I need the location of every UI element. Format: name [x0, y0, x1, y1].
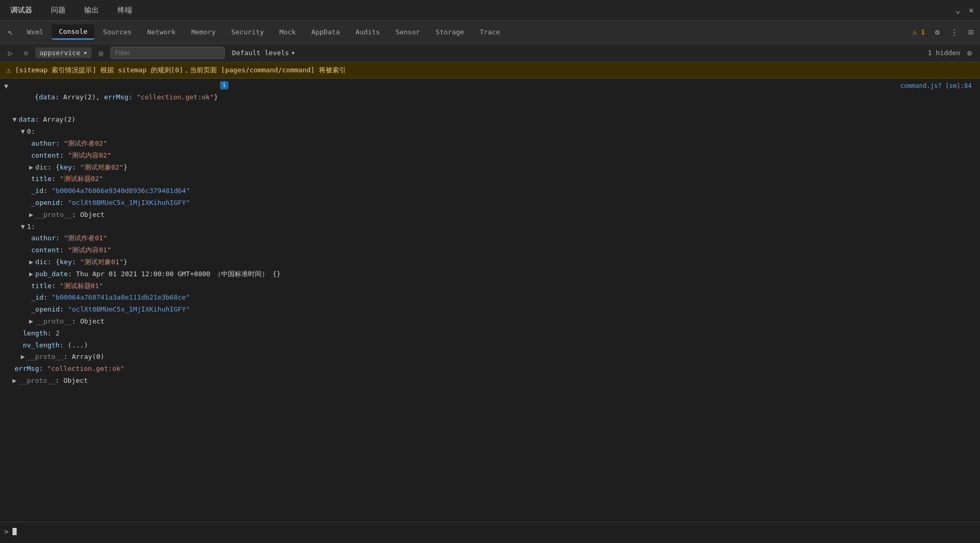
- info-badge[interactable]: i: [220, 81, 228, 89]
- toggle-pubdate-1[interactable]: [29, 269, 33, 280]
- toggle-0[interactable]: [21, 126, 25, 137]
- settings2-icon[interactable]: ⚙: [963, 47, 976, 59]
- tab-storage[interactable]: Storage: [428, 25, 471, 39]
- toggle-1[interactable]: [21, 222, 25, 232]
- tab-sources[interactable]: Sources: [96, 25, 139, 39]
- console-toolbar: ▷ ⊘ appservice ▾ ◎ Default levels ▾ 1 hi…: [0, 44, 980, 62]
- service-select[interactable]: appservice ▾: [35, 47, 92, 58]
- menu-bar: 调试器 问题 输出 终端 ⌄ ✕: [0, 0, 980, 21]
- cursor-icon[interactable]: ↖: [2, 24, 19, 41]
- source-link[interactable]: command.js? [sm]:84: [900, 81, 976, 91]
- menu-issues[interactable]: 问题: [47, 4, 70, 17]
- chevron-down-icon2: ▾: [291, 49, 295, 57]
- warning-text: [sitemap 索引情况提示] 根据 sitemap 的规则[0]，当前页面 …: [15, 66, 346, 75]
- tree-item-0[interactable]: 0:: [0, 126, 980, 138]
- service-label: appservice: [40, 49, 80, 57]
- tree-proto-0[interactable]: __proto__: Object: [0, 209, 980, 221]
- tab-memory[interactable]: Memory: [184, 25, 223, 39]
- tree-title-1: title: "测试标题01": [0, 280, 980, 292]
- root-summary: {data: Array(2), errMsg: "collection.get…: [10, 81, 218, 113]
- toggle-proto-1[interactable]: [29, 316, 33, 327]
- tree-proto-arr[interactable]: __proto__: Array(0): [0, 351, 980, 363]
- root-toggle[interactable]: [4, 81, 8, 92]
- tree-author-1: author: "测试作者01": [0, 232, 980, 244]
- run-icon[interactable]: ▷: [4, 47, 17, 59]
- stop-icon[interactable]: ⊘: [20, 47, 32, 59]
- console-input-bar[interactable]: >: [0, 522, 980, 540]
- tab-warning[interactable]: ⚠ 1: [909, 28, 929, 36]
- tab-appdata[interactable]: AppData: [304, 25, 347, 39]
- tree-id-0: _id: "b00064a76066e9340d0936c379481d64": [0, 185, 980, 197]
- tree-errmsg: errMsg: "collection.get:ok": [0, 363, 980, 375]
- toggle-proto-0[interactable]: [29, 210, 33, 221]
- minimize-icon[interactable]: ⌄: [956, 5, 961, 15]
- toggle-dic-1[interactable]: [29, 257, 33, 268]
- tab-actions: ⚙ ⋮ ⊡: [930, 25, 978, 40]
- tab-mock[interactable]: Mock: [272, 25, 303, 39]
- tree-proto-1[interactable]: __proto__: Object: [0, 316, 980, 328]
- tab-bar: ↖ Wxml Console Sources Network Memory Se…: [0, 21, 980, 44]
- toggle-proto-arr[interactable]: [21, 352, 25, 363]
- tree-author-0: author: "测试作者02": [0, 138, 980, 150]
- log-entry-root[interactable]: {data: Array(2), errMsg: "collection.get…: [0, 81, 980, 114]
- window-controls: ⌄ ✕: [956, 5, 974, 15]
- menu-debugger[interactable]: 调试器: [6, 4, 36, 17]
- warning-banner: ⚠ [sitemap 索引情况提示] 根据 sitemap 的规则[0]，当前页…: [0, 62, 980, 79]
- tab-console[interactable]: Console: [51, 24, 95, 40]
- tree-length: length: 2: [0, 328, 980, 340]
- tree-content-0: content: "测试内容02": [0, 150, 980, 162]
- tree-nv-length: nv_length: (...): [0, 340, 980, 352]
- tab-audits[interactable]: Audits: [348, 25, 387, 39]
- tab-wxml[interactable]: Wxml: [20, 25, 50, 39]
- hidden-count-label: 1 hidden: [927, 49, 960, 57]
- tree-id-1: _id: "b00064a760741a3a0e111db21e3b68ce": [0, 292, 980, 304]
- chevron-down-icon: ▾: [83, 49, 87, 57]
- tree-openid-1: _openid: "oclXt0BMUeC5x_1MjIXKihuhIGFY": [0, 304, 980, 316]
- eye-icon[interactable]: ◎: [95, 47, 107, 59]
- default-levels-label: Default levels: [232, 49, 289, 57]
- toggle-proto-root[interactable]: [12, 376, 17, 386]
- expand-icon[interactable]: ⊡: [963, 25, 978, 40]
- tree-item-1[interactable]: 1:: [0, 221, 980, 233]
- console-cursor: [12, 528, 17, 535]
- tab-sensor[interactable]: Sensor: [388, 25, 427, 39]
- hidden-count: 1 hidden ⚙: [927, 47, 976, 59]
- tree-data-array[interactable]: data: Array(2): [0, 114, 980, 126]
- console-output: {data: Array(2), errMsg: "collection.get…: [0, 79, 980, 522]
- default-levels-select[interactable]: Default levels ▾: [232, 49, 295, 57]
- close-icon[interactable]: ✕: [969, 5, 974, 15]
- tab-security[interactable]: Security: [224, 25, 272, 39]
- warning-icon: ⚠: [6, 66, 11, 75]
- toggle-dic-0[interactable]: [29, 162, 33, 173]
- menu-terminal[interactable]: 终端: [113, 4, 136, 17]
- tree-dic-0[interactable]: dic: {key: "测试对象02"}: [0, 162, 980, 174]
- console-prompt: >: [4, 527, 8, 536]
- tree-openid-0: _openid: "oclXt0BMUeC5x_1MjIXKihuhIGFY": [0, 197, 980, 209]
- toggle-data[interactable]: [12, 114, 17, 125]
- tree-dic-1[interactable]: dic: {key: "测试对象01"}: [0, 256, 980, 268]
- tree-proto-root[interactable]: __proto__: Object: [0, 375, 980, 387]
- more-icon[interactable]: ⋮: [947, 25, 961, 40]
- settings-icon[interactable]: ⚙: [930, 25, 945, 40]
- menu-output[interactable]: 输出: [80, 4, 103, 17]
- tab-trace[interactable]: Trace: [472, 25, 507, 39]
- tree-pubdate-1[interactable]: pub_date: Thu Apr 01 2021 12:00:00 GMT+0…: [0, 268, 980, 280]
- filter-input[interactable]: [110, 47, 225, 59]
- tab-network[interactable]: Network: [140, 25, 183, 39]
- tree-title-0: title: "测试标题02": [0, 173, 980, 185]
- tree-content-1: content: "测试内容01": [0, 244, 980, 256]
